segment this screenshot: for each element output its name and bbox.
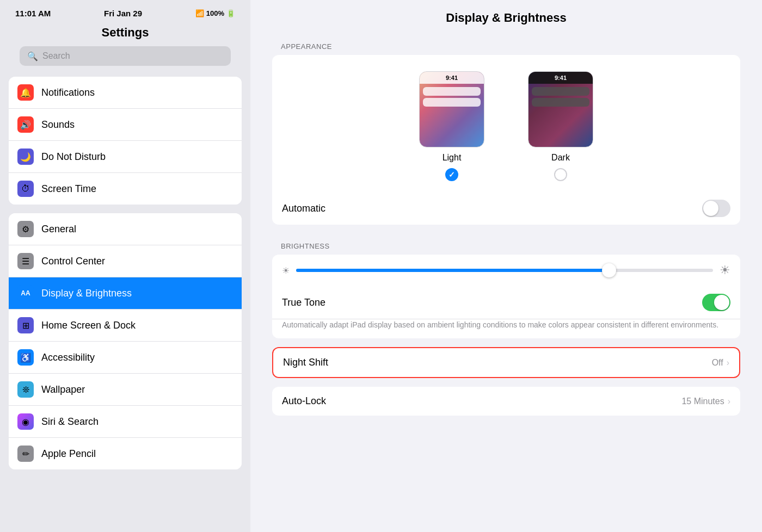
brightness-low-icon: ☀ (282, 265, 290, 276)
true-tone-description: Automatically adapt iPad display based o… (272, 319, 740, 338)
light-notifications (423, 87, 481, 107)
automatic-toggle-thumb (703, 201, 718, 216)
sidebar-item-screentime[interactable]: ⏱ Screen Time (9, 173, 242, 205)
brightness-high-icon: ☀ (720, 263, 730, 277)
true-tone-toggle-thumb (714, 295, 729, 310)
true-tone-toggle[interactable] (702, 294, 730, 311)
sidebar-item-display[interactable]: AA Display & Brightness (9, 277, 242, 310)
sidebar: 11:01 AM Fri Jan 29 📶 100% 🔋 Settings 🔍 … (0, 0, 250, 532)
homescreen-icon: ⊞ (17, 317, 34, 333)
applepencil-icon-symbol: ✏ (22, 449, 29, 459)
night-shift-row[interactable]: Night Shift Off › (273, 348, 739, 377)
appearance-option-light[interactable]: 9:41 Light (419, 71, 484, 181)
sidebar-item-label: Wallpaper (41, 384, 85, 395)
applepencil-icon: ✏ (17, 446, 34, 462)
sidebar-item-label: Notifications (41, 87, 95, 98)
dark-label: Dark (551, 153, 570, 163)
brightness-card: ☀ ☀ True Tone Automatically adapt iPad d… (272, 255, 740, 338)
auto-lock-row[interactable]: Auto-Lock 15 Minutes › (272, 387, 740, 416)
auto-lock-chevron: › (728, 397, 730, 406)
battery-percent: 100% (206, 9, 224, 17)
true-tone-label: True Tone (282, 297, 325, 308)
status-icons: 📶 100% 🔋 (195, 9, 235, 17)
wallpaper-icon: ❊ (17, 381, 34, 398)
sidebar-item-donotdisturb[interactable]: 🌙 Do Not Disturb (9, 141, 242, 173)
sidebar-scroll: 🔔 Notifications 🔊 Sounds 🌙 Do Not Distur… (0, 77, 250, 532)
sounds-icon-symbol: 🔊 (20, 120, 31, 130)
sidebar-item-siri[interactable]: ◉ Siri & Search (9, 406, 242, 438)
sidebar-item-sounds[interactable]: 🔊 Sounds (9, 109, 242, 141)
brightness-slider-thumb[interactable] (602, 263, 616, 277)
general-icon-symbol: ⚙ (22, 224, 29, 234)
brightness-slider-track[interactable] (296, 269, 713, 272)
sidebar-group-2: ⚙ General ☰ Control Center AA Display & … (9, 213, 242, 469)
sidebar-item-notifications[interactable]: 🔔 Notifications (9, 77, 242, 109)
sidebar-header: 11:01 AM Fri Jan 29 📶 100% 🔋 Settings 🔍 … (0, 0, 250, 77)
sidebar-item-controlcenter[interactable]: ☰ Control Center (9, 245, 242, 277)
dark-preview: 9:41 (528, 71, 593, 147)
wallpaper-icon-symbol: ❊ (22, 385, 29, 395)
panel-content: APPEARANCE 9:41 Light (250, 34, 762, 446)
battery-icon: 🔋 (226, 9, 235, 17)
night-shift-right: Off › (712, 358, 729, 368)
sidebar-item-label: Control Center (41, 256, 105, 267)
siri-icon: ◉ (17, 413, 34, 430)
siri-icon-symbol: ◉ (22, 417, 29, 427)
sidebar-item-label: Home Screen & Dock (41, 320, 136, 331)
auto-lock-right: 15 Minutes › (681, 397, 730, 406)
brightness-slider-row: ☀ ☀ (272, 255, 740, 286)
sidebar-item-applepencil[interactable]: ✏ Apple Pencil (9, 438, 242, 469)
light-statusbar: 9:41 (420, 72, 484, 84)
light-notif-2 (423, 98, 481, 107)
general-icon: ⚙ (17, 221, 34, 237)
main-panel: Display & Brightness APPEARANCE 9:41 Lig… (250, 0, 762, 532)
night-shift-value: Off (712, 358, 723, 368)
screentime-icon: ⏱ (17, 181, 34, 197)
night-shift-label: Night Shift (283, 357, 328, 368)
sidebar-item-label: Siri & Search (41, 416, 99, 428)
night-shift-card: Night Shift Off › (272, 347, 740, 378)
auto-lock-label: Auto-Lock (282, 395, 326, 407)
sidebar-item-label: Apple Pencil (41, 448, 96, 460)
screentime-icon-symbol: ⏱ (21, 184, 30, 194)
search-placeholder: Search (42, 51, 70, 61)
true-tone-row[interactable]: True Tone (272, 286, 740, 319)
search-bar[interactable]: 🔍 Search (20, 46, 231, 66)
status-bar: 11:01 AM Fri Jan 29 📶 100% 🔋 (11, 7, 239, 20)
search-bar-container: 🔍 Search (11, 46, 239, 72)
sidebar-item-accessibility[interactable]: ♿ Accessibility (9, 342, 242, 374)
light-preview: 9:41 (419, 71, 484, 147)
night-shift-chevron: › (727, 358, 729, 368)
sidebar-item-label: Sounds (41, 119, 75, 131)
sidebar-item-label: Do Not Disturb (41, 151, 106, 163)
dark-notif-2 (532, 98, 589, 107)
brightness-slider-fill (296, 269, 609, 272)
display-icon: AA (17, 285, 34, 301)
automatic-toggle[interactable] (702, 200, 730, 217)
donotdisturb-icon-symbol: 🌙 (20, 152, 31, 162)
appearance-option-dark[interactable]: 9:41 Dark (528, 71, 593, 181)
controlcenter-icon-symbol: ☰ (22, 256, 29, 267)
sidebar-item-label: Screen Time (41, 183, 96, 195)
automatic-row[interactable]: Automatic (272, 192, 740, 225)
sidebar-item-general[interactable]: ⚙ General (9, 213, 242, 245)
wifi-icon: 📶 (195, 9, 204, 17)
sidebar-item-label: Display & Brightness (41, 288, 132, 299)
sidebar-item-homescreen[interactable]: ⊞ Home Screen & Dock (9, 310, 242, 342)
dark-radio[interactable] (554, 168, 567, 181)
brightness-section-label: BRIGHTNESS (272, 233, 740, 255)
panel-header: Display & Brightness (250, 0, 762, 34)
panel-title: Display & Brightness (446, 11, 566, 25)
appearance-options-row: 9:41 Light 9:41 (272, 55, 740, 192)
sidebar-item-wallpaper[interactable]: ❊ Wallpaper (9, 374, 242, 406)
light-label: Light (443, 153, 462, 163)
light-radio[interactable] (445, 168, 458, 181)
appearance-section-label: APPEARANCE (272, 34, 740, 55)
sidebar-item-label: Accessibility (41, 352, 95, 363)
status-date: Fri Jan 29 (104, 9, 142, 18)
notifications-icon-symbol: 🔔 (20, 88, 31, 98)
accessibility-icon: ♿ (17, 349, 34, 366)
homescreen-icon-symbol: ⊞ (22, 320, 29, 331)
status-time: 11:01 AM (15, 9, 51, 18)
dark-notif-1 (532, 87, 589, 96)
